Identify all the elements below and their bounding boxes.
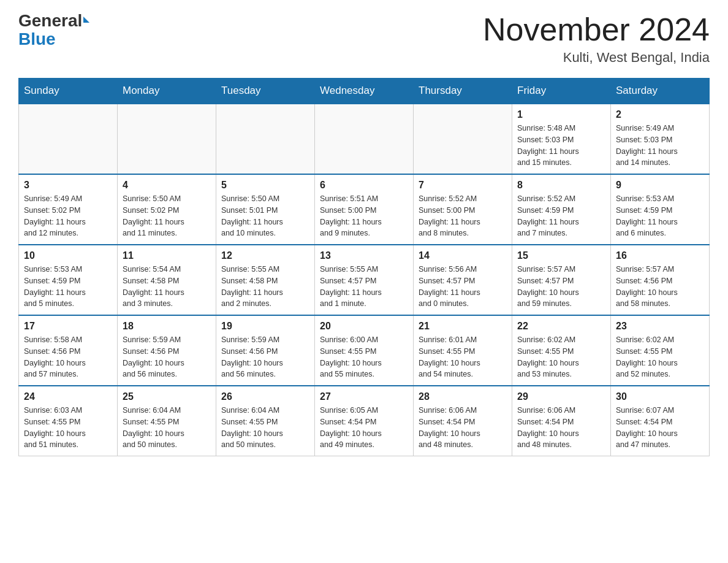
day-number: 8 <box>517 180 605 191</box>
calendar-cell: 18Sunrise: 5:59 AMSunset: 4:56 PMDayligh… <box>118 315 216 386</box>
calendar-cell: 16Sunrise: 5:57 AMSunset: 4:56 PMDayligh… <box>611 245 710 315</box>
day-number: 9 <box>616 180 704 191</box>
calendar-cell: 17Sunrise: 5:58 AMSunset: 4:56 PMDayligh… <box>19 315 118 386</box>
calendar-cell: 23Sunrise: 6:02 AMSunset: 4:55 PMDayligh… <box>611 315 710 386</box>
day-info: Sunrise: 5:56 AMSunset: 4:57 PMDaylight:… <box>419 264 507 310</box>
calendar-cell: 8Sunrise: 5:52 AMSunset: 4:59 PMDaylight… <box>512 174 611 245</box>
calendar-cell: 19Sunrise: 5:59 AMSunset: 4:56 PMDayligh… <box>216 315 315 386</box>
day-number: 30 <box>616 391 704 402</box>
logo-triangle-icon <box>83 17 89 23</box>
day-info: Sunrise: 5:48 AMSunset: 5:03 PMDaylight:… <box>517 123 605 169</box>
day-info: Sunrise: 6:03 AMSunset: 4:55 PMDaylight:… <box>24 405 112 451</box>
calendar-subtitle: Kulti, West Bengal, India <box>483 50 710 66</box>
day-number: 16 <box>616 250 704 261</box>
week-row-4: 17Sunrise: 5:58 AMSunset: 4:56 PMDayligh… <box>19 315 710 386</box>
week-row-2: 3Sunrise: 5:49 AMSunset: 5:02 PMDaylight… <box>19 174 710 245</box>
day-number: 29 <box>517 391 605 402</box>
calendar-title-area: November 2024 Kulti, West Bengal, India <box>483 12 710 66</box>
calendar-cell: 12Sunrise: 5:55 AMSunset: 4:58 PMDayligh… <box>216 245 315 315</box>
page-header: General Blue November 2024 Kulti, West B… <box>18 12 710 66</box>
calendar-cell: 20Sunrise: 6:00 AMSunset: 4:55 PMDayligh… <box>315 315 414 386</box>
day-info: Sunrise: 5:59 AMSunset: 4:56 PMDaylight:… <box>123 334 211 380</box>
day-number: 21 <box>419 321 507 332</box>
calendar-cell: 25Sunrise: 6:04 AMSunset: 4:55 PMDayligh… <box>118 386 216 456</box>
logo-general-line: General <box>18 12 89 29</box>
calendar-cell: 11Sunrise: 5:54 AMSunset: 4:58 PMDayligh… <box>118 245 216 315</box>
calendar-cell: 30Sunrise: 6:07 AMSunset: 4:54 PMDayligh… <box>611 386 710 456</box>
header-sunday: Sunday <box>19 79 118 104</box>
day-info: Sunrise: 6:05 AMSunset: 4:54 PMDaylight:… <box>320 405 408 451</box>
calendar-cell: 3Sunrise: 5:49 AMSunset: 5:02 PMDaylight… <box>19 174 118 245</box>
calendar-cell: 4Sunrise: 5:50 AMSunset: 5:02 PMDaylight… <box>118 174 216 245</box>
day-info: Sunrise: 5:51 AMSunset: 5:00 PMDaylight:… <box>320 193 408 239</box>
week-row-1: 1Sunrise: 5:48 AMSunset: 5:03 PMDaylight… <box>19 104 710 174</box>
week-row-3: 10Sunrise: 5:53 AMSunset: 4:59 PMDayligh… <box>19 245 710 315</box>
day-number: 5 <box>221 180 309 191</box>
calendar-cell: 26Sunrise: 6:04 AMSunset: 4:55 PMDayligh… <box>216 386 315 456</box>
calendar-cell: 10Sunrise: 5:53 AMSunset: 4:59 PMDayligh… <box>19 245 118 315</box>
calendar-cell: 1Sunrise: 5:48 AMSunset: 5:03 PMDaylight… <box>512 104 611 174</box>
day-number: 2 <box>616 109 704 120</box>
day-number: 20 <box>320 321 408 332</box>
day-number: 17 <box>24 321 112 332</box>
calendar-cell: 24Sunrise: 6:03 AMSunset: 4:55 PMDayligh… <box>19 386 118 456</box>
calendar-cell: 22Sunrise: 6:02 AMSunset: 4:55 PMDayligh… <box>512 315 611 386</box>
calendar-cell: 27Sunrise: 6:05 AMSunset: 4:54 PMDayligh… <box>315 386 414 456</box>
day-info: Sunrise: 5:53 AMSunset: 4:59 PMDaylight:… <box>616 193 704 239</box>
calendar-cell <box>315 104 414 174</box>
day-info: Sunrise: 5:52 AMSunset: 4:59 PMDaylight:… <box>517 193 605 239</box>
day-info: Sunrise: 6:04 AMSunset: 4:55 PMDaylight:… <box>123 405 211 451</box>
day-info: Sunrise: 5:55 AMSunset: 4:57 PMDaylight:… <box>320 264 408 310</box>
calendar-cell: 9Sunrise: 5:53 AMSunset: 4:59 PMDaylight… <box>611 174 710 245</box>
day-number: 13 <box>320 250 408 261</box>
calendar-cell: 15Sunrise: 5:57 AMSunset: 4:57 PMDayligh… <box>512 245 611 315</box>
day-number: 4 <box>123 180 211 191</box>
day-info: Sunrise: 6:00 AMSunset: 4:55 PMDaylight:… <box>320 334 408 380</box>
calendar-cell: 28Sunrise: 6:06 AMSunset: 4:54 PMDayligh… <box>414 386 512 456</box>
day-number: 12 <box>221 250 309 261</box>
day-number: 28 <box>419 391 507 402</box>
day-info: Sunrise: 6:04 AMSunset: 4:55 PMDaylight:… <box>221 405 309 451</box>
day-info: Sunrise: 5:49 AMSunset: 5:02 PMDaylight:… <box>24 193 112 239</box>
day-number: 10 <box>24 250 112 261</box>
calendar-title: November 2024 <box>483 12 710 47</box>
calendar-body: 1Sunrise: 5:48 AMSunset: 5:03 PMDaylight… <box>19 104 710 456</box>
logo-blue-line: Blue <box>18 29 56 49</box>
calendar-cell <box>216 104 315 174</box>
day-number: 3 <box>24 180 112 191</box>
day-number: 14 <box>419 250 507 261</box>
day-number: 23 <box>616 321 704 332</box>
day-number: 11 <box>123 250 211 261</box>
header-saturday: Saturday <box>611 79 710 104</box>
day-info: Sunrise: 6:02 AMSunset: 4:55 PMDaylight:… <box>517 334 605 380</box>
calendar-header: SundayMondayTuesdayWednesdayThursdayFrid… <box>19 79 710 104</box>
logo-general-text: General <box>18 11 89 30</box>
day-number: 26 <box>221 391 309 402</box>
day-number: 7 <box>419 180 507 191</box>
day-info: Sunrise: 6:07 AMSunset: 4:54 PMDaylight:… <box>616 405 704 451</box>
calendar-table: SundayMondayTuesdayWednesdayThursdayFrid… <box>18 78 710 456</box>
day-info: Sunrise: 5:59 AMSunset: 4:56 PMDaylight:… <box>221 334 309 380</box>
day-info: Sunrise: 5:53 AMSunset: 4:59 PMDaylight:… <box>24 264 112 310</box>
calendar-cell: 5Sunrise: 5:50 AMSunset: 5:01 PMDaylight… <box>216 174 315 245</box>
day-info: Sunrise: 5:54 AMSunset: 4:58 PMDaylight:… <box>123 264 211 310</box>
day-number: 18 <box>123 321 211 332</box>
header-monday: Monday <box>118 79 216 104</box>
day-number: 24 <box>24 391 112 402</box>
day-number: 1 <box>517 109 605 120</box>
calendar-cell: 29Sunrise: 6:06 AMSunset: 4:54 PMDayligh… <box>512 386 611 456</box>
day-info: Sunrise: 5:50 AMSunset: 5:02 PMDaylight:… <box>123 193 211 239</box>
calendar-cell <box>414 104 512 174</box>
day-number: 27 <box>320 391 408 402</box>
day-number: 25 <box>123 391 211 402</box>
day-info: Sunrise: 5:52 AMSunset: 5:00 PMDaylight:… <box>419 193 507 239</box>
day-number: 19 <box>221 321 309 332</box>
calendar-cell: 21Sunrise: 6:01 AMSunset: 4:55 PMDayligh… <box>414 315 512 386</box>
day-number: 22 <box>517 321 605 332</box>
day-number: 6 <box>320 180 408 191</box>
day-info: Sunrise: 5:55 AMSunset: 4:58 PMDaylight:… <box>221 264 309 310</box>
day-info: Sunrise: 6:02 AMSunset: 4:55 PMDaylight:… <box>616 334 704 380</box>
calendar-cell: 13Sunrise: 5:55 AMSunset: 4:57 PMDayligh… <box>315 245 414 315</box>
week-row-5: 24Sunrise: 6:03 AMSunset: 4:55 PMDayligh… <box>19 386 710 456</box>
calendar-cell: 2Sunrise: 5:49 AMSunset: 5:03 PMDaylight… <box>611 104 710 174</box>
